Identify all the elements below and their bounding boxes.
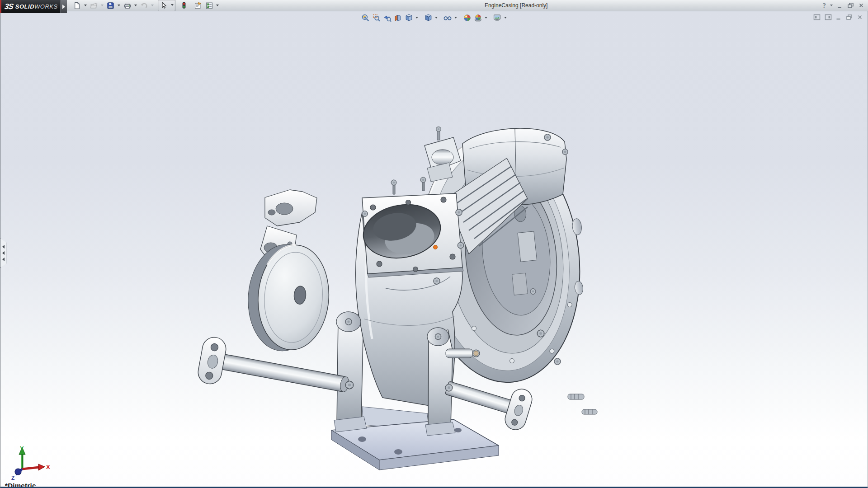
select-tool-group bbox=[158, 0, 175, 11]
new-document-icon bbox=[73, 2, 81, 9]
eyeglasses-icon bbox=[443, 14, 452, 22]
open-button[interactable] bbox=[88, 0, 99, 11]
z-axis-label: Z bbox=[11, 475, 14, 481]
help-dropdown[interactable] bbox=[830, 1, 833, 9]
view-orientation-button[interactable] bbox=[404, 13, 414, 23]
save-button[interactable] bbox=[105, 0, 116, 11]
previous-view-icon bbox=[383, 14, 392, 22]
zoom-to-fit-button[interactable] bbox=[360, 13, 370, 23]
appearance-ball-icon bbox=[463, 14, 472, 22]
close-button[interactable] bbox=[858, 1, 864, 9]
section-view-button[interactable] bbox=[393, 13, 403, 23]
edit-appearance-button[interactable] bbox=[462, 13, 472, 23]
pane-right-icon bbox=[825, 14, 832, 20]
section-view-icon bbox=[394, 14, 402, 22]
document-window-controls bbox=[813, 14, 863, 21]
doc-restore-button[interactable] bbox=[846, 14, 853, 21]
new-document-button[interactable] bbox=[71, 0, 83, 11]
view-settings-monitor-icon bbox=[493, 14, 502, 22]
display-style-cube-icon bbox=[424, 14, 433, 22]
minimize-icon bbox=[837, 2, 843, 9]
display-style-button[interactable] bbox=[423, 13, 433, 23]
x-axis-label: X bbox=[46, 464, 50, 470]
doc-close-button[interactable] bbox=[857, 14, 863, 21]
display-style-dropdown[interactable] bbox=[434, 13, 439, 23]
select-tool-button[interactable] bbox=[158, 0, 170, 11]
rebuild-button[interactable] bbox=[178, 0, 189, 11]
help-button[interactable]: ? bbox=[823, 1, 826, 9]
undo-dropdown[interactable] bbox=[150, 0, 155, 10]
threaded-studs bbox=[568, 394, 597, 414]
select-tool-dropdown[interactable] bbox=[170, 0, 175, 10]
left-arrow-icon bbox=[2, 251, 5, 255]
solidworks-wordmark: SOLIDWORKS bbox=[15, 3, 58, 10]
undo-button[interactable] bbox=[138, 0, 150, 11]
options-button[interactable] bbox=[203, 0, 215, 11]
hide-show-items-button[interactable] bbox=[443, 13, 453, 23]
window-title: EngineCasing [Read-only] bbox=[485, 2, 547, 9]
options-checklist-icon bbox=[205, 2, 213, 9]
ds-logo-mark: 3S bbox=[4, 2, 14, 11]
doc-minimize-button[interactable] bbox=[836, 14, 842, 21]
heads-up-view-toolbar bbox=[360, 13, 508, 23]
doc-minimize-icon bbox=[836, 14, 842, 20]
apply-scene-dropdown[interactable] bbox=[484, 13, 488, 23]
doc-restore-icon bbox=[846, 14, 853, 20]
restore-icon bbox=[847, 2, 854, 9]
right-rod-flange bbox=[503, 386, 535, 432]
restore-button[interactable] bbox=[847, 1, 854, 9]
save-dropdown[interactable] bbox=[116, 0, 122, 10]
view-settings-dropdown[interactable] bbox=[503, 13, 508, 23]
show-pane-left-button[interactable] bbox=[813, 14, 821, 21]
menu-flyout-arrow[interactable] bbox=[60, 0, 67, 13]
options-dropdown[interactable] bbox=[215, 0, 220, 10]
print-button[interactable] bbox=[122, 0, 133, 11]
zoom-to-area-icon bbox=[372, 14, 381, 22]
traffic-light-icon bbox=[180, 2, 188, 9]
title-bar: EngineCasing [Read-only] bbox=[0, 0, 868, 11]
undo-arrow-icon bbox=[140, 2, 148, 9]
window-controls: ? bbox=[823, 1, 865, 10]
zoom-to-area-button[interactable] bbox=[371, 13, 381, 23]
new-document-dropdown[interactable] bbox=[83, 0, 88, 10]
open-dropdown[interactable] bbox=[99, 0, 105, 10]
save-floppy-icon bbox=[107, 2, 114, 9]
solidworks-logo[interactable]: 3S SOLIDWORKS bbox=[0, 0, 60, 13]
model-geometry bbox=[196, 127, 597, 470]
hide-show-items-dropdown[interactable] bbox=[453, 13, 458, 23]
right-arrow-icon bbox=[62, 5, 65, 9]
left-arrow-icon bbox=[2, 245, 5, 249]
print-dropdown[interactable] bbox=[133, 0, 138, 10]
selection-marker-dot[interactable] bbox=[434, 245, 438, 249]
file-properties-icon bbox=[194, 2, 202, 9]
y-axis-label: Y bbox=[20, 445, 24, 452]
minimize-button[interactable] bbox=[837, 1, 843, 9]
show-pane-right-button[interactable] bbox=[825, 14, 832, 21]
graphics-viewport[interactable]: Y X Z *Dimetric bbox=[0, 11, 868, 488]
solidworks-window: { "window": { "title": "EngineCasing [Re… bbox=[0, 0, 868, 488]
x-axis-arrow[interactable] bbox=[38, 464, 45, 470]
left-arrow-icon bbox=[2, 258, 5, 261]
main-toolbar bbox=[71, 0, 220, 11]
select-cursor-icon bbox=[160, 2, 168, 9]
apply-scene-icon bbox=[474, 14, 482, 22]
zoom-to-fit-icon bbox=[361, 14, 370, 22]
close-icon bbox=[858, 2, 864, 9]
view-orientation-dropdown[interactable] bbox=[415, 13, 419, 23]
pane-left-icon bbox=[813, 14, 821, 20]
left-rod-flange bbox=[196, 335, 228, 386]
open-folder-icon bbox=[90, 2, 98, 9]
doc-close-icon bbox=[857, 14, 863, 20]
view-settings-button[interactable] bbox=[492, 13, 502, 23]
cover-disc bbox=[245, 242, 332, 354]
view-orientation-cube-icon bbox=[405, 14, 413, 22]
file-properties-button[interactable] bbox=[192, 0, 203, 11]
3d-model-engine-casing[interactable] bbox=[0, 11, 868, 488]
printer-icon bbox=[123, 2, 132, 9]
z-axis-ball bbox=[15, 469, 21, 475]
apply-scene-button[interactable] bbox=[473, 13, 483, 23]
previous-view-button[interactable] bbox=[382, 13, 392, 23]
featuremanager-collapsed-tab[interactable] bbox=[0, 239, 6, 267]
pivot-pin bbox=[446, 349, 480, 358]
